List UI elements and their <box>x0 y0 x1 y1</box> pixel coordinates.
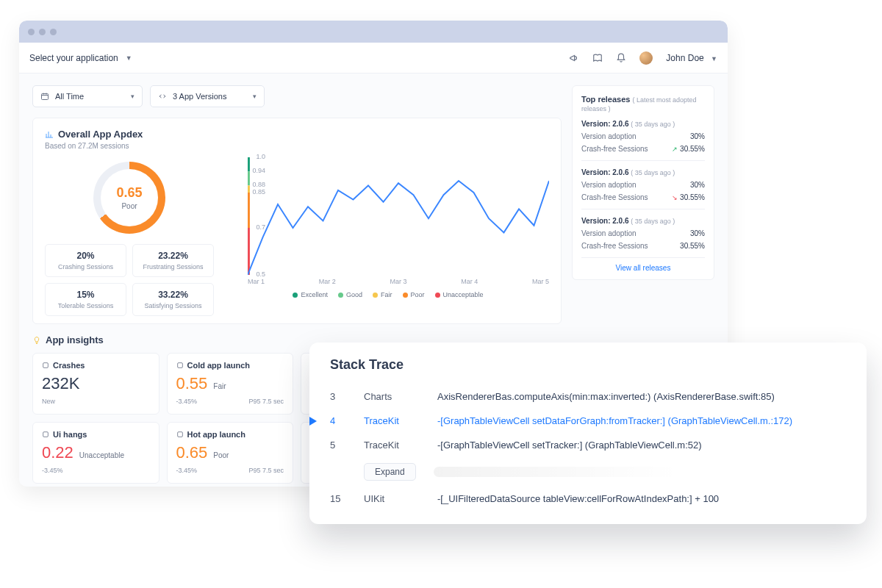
insight-card[interactable]: Cold app launch0.55Fair-3.45%P95 7.5 sec <box>167 353 294 415</box>
megaphone-icon[interactable] <box>569 53 579 63</box>
card-tag: Poor <box>213 451 229 459</box>
tile-value: 20% <box>50 251 121 261</box>
username-label: John Doe <box>666 53 703 63</box>
calendar-icon <box>40 92 49 101</box>
insight-card[interactable]: Ui hangs0.22Unacceptable-3.45% <box>32 422 159 484</box>
tile-label: Crashing Sessions <box>50 263 121 270</box>
window-titlebar <box>19 21 728 43</box>
legend-item: Poor <box>403 291 425 298</box>
app-selector-label: Select your application <box>29 53 118 63</box>
card-tag: Fair <box>213 382 226 390</box>
svg-rect-10 <box>43 432 49 437</box>
stack-trace-card: Stack Trace 3ChartsAxisRendererBas.compu… <box>309 343 867 524</box>
caret-down-icon: ▾ <box>131 93 135 100</box>
legend-dot-icon <box>338 293 343 298</box>
legend-item: Good <box>338 291 362 298</box>
legend-item: Fair <box>373 291 392 298</box>
caret-down-icon: ▼ <box>126 54 132 62</box>
stack-frame[interactable]: 4TraceKit-[GraphTableViewCell setDataFor… <box>330 409 846 433</box>
apdex-title: Overall App Apdex <box>45 129 549 140</box>
version-filter-label: 3 App Versions <box>173 92 226 101</box>
y-tick: 0.5 <box>256 271 267 278</box>
tile-value: 23.22% <box>137 251 209 261</box>
window-dot <box>50 29 57 35</box>
card-value: 0.65 <box>176 443 208 462</box>
apdex-panel: Overall App Apdex Based on 27.2M session… <box>32 118 562 324</box>
apdex-score-label: Poor <box>121 202 137 210</box>
x-tick: Mar 2 <box>319 278 336 285</box>
card-title: Hot app launch <box>176 430 284 439</box>
release-item[interactable]: Version: 2.0.6 ( 35 days ago )Version ad… <box>581 112 705 160</box>
svg-rect-7 <box>177 363 182 368</box>
avatar[interactable] <box>639 51 653 65</box>
y-tick: 0.85 <box>252 189 267 196</box>
y-tick: 0.7 <box>256 224 267 231</box>
apdex-subtitle: Based on 27.2M sessions <box>45 142 549 150</box>
caret-down-icon: ▾ <box>253 93 257 100</box>
insight-card[interactable]: Crashes232KNew <box>32 353 159 415</box>
user-menu[interactable]: John Doe ▼ <box>666 53 717 63</box>
topbar: Select your application ▼ John Doe ▼ <box>19 43 728 74</box>
code-icon <box>158 92 167 101</box>
expand-button[interactable]: Expand <box>364 463 416 481</box>
apdex-gauge: 0.65 Poor <box>93 162 165 234</box>
card-title: Ui hangs <box>42 430 150 439</box>
card-title: Crashes <box>42 361 150 370</box>
apdex-tile: 33.22%Satisfying Sessions <box>132 283 214 316</box>
chart-icon <box>45 130 54 139</box>
x-tick: Mar 1 <box>248 278 265 285</box>
time-filter[interactable]: All Time ▾ <box>32 85 143 107</box>
window-dot <box>39 29 46 35</box>
apdex-tile: 23.22%Frustrating Sessions <box>132 244 214 277</box>
apdex-score: 0.65 <box>116 185 142 201</box>
release-item[interactable]: Version: 2.0.6 ( 35 days ago )Version ad… <box>581 209 705 257</box>
stack-frame[interactable]: 3ChartsAxisRendererBas.computeAxis(min:m… <box>330 384 846 409</box>
bell-icon[interactable] <box>616 53 626 63</box>
app-selector[interactable]: Select your application ▼ <box>29 53 132 63</box>
svg-rect-6 <box>43 363 49 368</box>
card-icon <box>42 362 49 369</box>
card-value: 232K <box>42 374 79 393</box>
svg-rect-11 <box>177 432 182 437</box>
legend-dot-icon <box>403 293 408 298</box>
tile-value: 33.22% <box>137 290 209 300</box>
y-tick: 0.94 <box>252 168 267 174</box>
release-version: Version: 2.0.6 ( 35 days ago ) <box>581 168 705 176</box>
card-value: 0.55 <box>176 374 208 393</box>
svg-rect-1 <box>248 157 250 171</box>
trend-down-icon: ↘ <box>672 194 678 201</box>
legend-dot-icon <box>435 293 440 298</box>
card-p95: P95 7.5 sec <box>248 467 284 474</box>
trend-up-icon: ↗ <box>672 146 678 153</box>
apdex-chart: 1.00.940.880.850.70.5 <box>248 157 549 275</box>
svg-rect-3 <box>248 185 250 193</box>
card-tag: Unacceptable <box>79 451 124 459</box>
insight-card[interactable]: Hot app launch0.65Poor-3.45%P95 7.5 sec <box>167 422 294 484</box>
release-version: Version: 2.0.6 ( 35 days ago ) <box>581 120 705 128</box>
stack-frame[interactable]: 15 UIKit -[_UIFilteredDataSource tableVi… <box>330 487 846 511</box>
bulb-icon <box>32 336 41 345</box>
stack-frame[interactable]: 5TraceKit-[GraphTableViewCell setTracker… <box>330 433 846 457</box>
card-icon <box>42 431 49 438</box>
y-tick: 1.0 <box>256 154 267 160</box>
time-filter-label: All Time <box>55 92 84 101</box>
view-all-releases[interactable]: View all releases <box>581 257 705 273</box>
card-delta: -3.45% <box>176 398 198 405</box>
topbar-actions: John Doe ▼ <box>569 51 717 65</box>
x-tick: Mar 4 <box>461 278 478 285</box>
card-p95: P95 7.5 sec <box>248 398 284 405</box>
stack-trace-title: Stack Trace <box>330 357 846 373</box>
release-version: Version: 2.0.6 ( 35 days ago ) <box>581 217 705 225</box>
card-value: 0.22 <box>42 443 74 462</box>
version-filter[interactable]: 3 App Versions ▾ <box>150 85 265 107</box>
svg-rect-2 <box>248 171 250 185</box>
svg-rect-5 <box>248 228 250 275</box>
tile-label: Satisfying Sessions <box>137 302 209 309</box>
releases-title: Top releases ( Latest most adopted relea… <box>581 95 705 112</box>
card-delta: -3.45% <box>176 467 198 474</box>
release-item[interactable]: Version: 2.0.6 ( 35 days ago )Version ad… <box>581 160 705 209</box>
legend-dot-icon <box>373 293 378 298</box>
svg-rect-0 <box>42 94 49 100</box>
book-icon[interactable] <box>592 53 603 63</box>
apdex-tile: 20%Crashing Sessions <box>45 244 126 277</box>
